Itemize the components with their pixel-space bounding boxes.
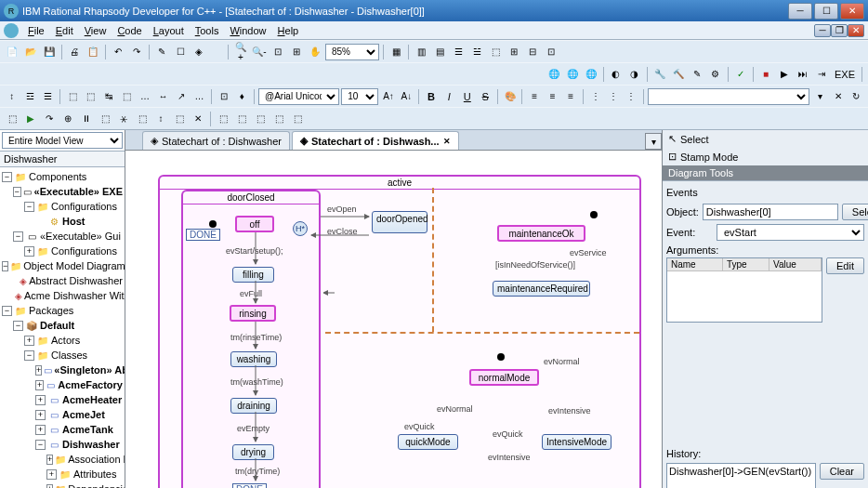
tab-close-icon[interactable]: ✕ — [443, 137, 451, 146]
menu-window[interactable]: Window — [224, 23, 271, 38]
tb-r3-5[interactable]: ⬚ — [83, 88, 99, 105]
tb-zoom-out[interactable]: 🔍- — [251, 44, 268, 60]
tb-r3-last3[interactable]: ↻ — [848, 88, 863, 105]
tree-host[interactable]: ⚙Host — [0, 214, 125, 229]
arguments-grid[interactable]: Name Type Value — [666, 257, 822, 323]
tb-r3-9[interactable]: ↔ — [155, 88, 171, 105]
tree-acmefactory[interactable]: +▭AcmeFactory — [0, 377, 125, 392]
state-intensivemode[interactable]: IntensiveMode — [542, 434, 612, 450]
tb-layout1[interactable]: ▦ — [388, 44, 404, 60]
tree-dishwasher-cls[interactable]: −▭Dishwasher — [0, 437, 125, 452]
menu-edit[interactable]: Edit — [50, 23, 79, 38]
tb-tool2[interactable]: 🔨 — [670, 66, 687, 83]
tb-misc2[interactable]: ☐ — [172, 44, 189, 60]
tree-deps[interactable]: +📁Dependencies — [0, 481, 125, 488]
tb-align3[interactable]: ☰ — [450, 44, 467, 60]
tb-undo[interactable]: ↶ — [110, 44, 126, 60]
tb-step[interactable]: ⏭ — [795, 66, 811, 83]
tree-configs2[interactable]: +📁Configurations — [0, 244, 125, 258]
child-minimize-button[interactable]: ─ — [814, 24, 831, 37]
tab-dropdown[interactable]: ▾ — [645, 133, 662, 150]
menu-file[interactable]: FFileile — [22, 23, 50, 38]
tb-print[interactable]: 🖨 — [66, 44, 83, 60]
tb-r3-3[interactable]: ☰ — [40, 88, 56, 105]
tb-r3-last2[interactable]: ✕ — [830, 88, 846, 105]
tb-align-r[interactable]: ≡ — [562, 88, 578, 105]
tree-acmetank[interactable]: +▭AcmeTank — [0, 422, 125, 437]
tb-misc3[interactable]: ◈ — [191, 44, 207, 60]
tb-web3[interactable]: 🌐 — [583, 66, 599, 83]
font-name-combo[interactable]: @Arial Unicode — [258, 88, 339, 105]
tb-color[interactable]: 🎨 — [502, 88, 518, 105]
tb-r4-4[interactable]: ⊕ — [59, 111, 76, 127]
tb-underline[interactable]: U — [459, 88, 475, 105]
tree-default[interactable]: −📦Default — [0, 318, 125, 333]
state-washing[interactable]: washing — [230, 351, 277, 367]
tb-align7[interactable]: ⊟ — [524, 44, 541, 60]
tb-pan[interactable]: ✋ — [307, 44, 323, 60]
tb-web2[interactable]: 🌐 — [564, 66, 581, 83]
tb-r3-8[interactable]: … — [137, 88, 152, 105]
tb-r4-16[interactable]: ⬚ — [289, 111, 306, 127]
tb-align-l[interactable]: ≡ — [526, 88, 542, 105]
menu-help[interactable]: Help — [272, 23, 305, 38]
font-size-combo[interactable]: 10 — [341, 88, 378, 105]
diagram-canvas[interactable]: active doorClosed off H* DONE filling ri… — [125, 151, 662, 488]
minimize-button[interactable]: ─ — [788, 3, 812, 20]
tab-statechart-1[interactable]: ◈Statechart of : Dishwasher — [142, 131, 290, 150]
state-dooropened[interactable]: doorOpened — [372, 211, 427, 233]
tb-run-to[interactable]: ⇥ — [813, 66, 830, 83]
state-normalmode[interactable]: normalMode — [469, 369, 539, 386]
tb-r4-8[interactable]: ⬚ — [134, 111, 151, 127]
tb-r4-7[interactable]: ⚹ — [115, 111, 132, 127]
object-field[interactable] — [703, 204, 838, 220]
tb-r3-2[interactable]: ☲ — [21, 88, 37, 105]
tb-r4-11[interactable]: ✕ — [190, 111, 206, 127]
tree-assoc[interactable]: +📁Association E — [0, 452, 125, 467]
state-maintenancereq[interactable]: maintenanceRequired — [493, 281, 590, 297]
tb-r3-last1[interactable]: ▾ — [811, 88, 827, 105]
tb-tool1[interactable]: 🔧 — [651, 66, 668, 83]
tb-anim2[interactable]: ◑ — [626, 66, 643, 83]
tb-list2[interactable]: ⋮ — [605, 88, 621, 105]
tb-font-inc[interactable]: A↑ — [380, 88, 396, 105]
tb-tool3[interactable]: ✎ — [689, 66, 705, 83]
tb-list1[interactable]: ⋮ — [587, 88, 603, 105]
tree-exe[interactable]: −▭«Executable» EXE — [0, 184, 125, 199]
child-restore-button[interactable]: ❐ — [831, 24, 848, 37]
child-close-button[interactable]: ✕ — [848, 24, 864, 37]
tb-strike[interactable]: S — [478, 88, 493, 105]
tree-omd[interactable]: −📁Object Model Diagrams — [0, 258, 125, 273]
tb-r3-11[interactable]: … — [191, 88, 207, 105]
tb-r4-9[interactable]: ↕ — [152, 111, 169, 127]
menu-code[interactable]: Code — [112, 23, 147, 38]
tree-acme-dw[interactable]: ◈Acme Dishwasher With — [0, 288, 125, 303]
tb-r4-play[interactable]: ▶ — [22, 111, 39, 127]
state-filling[interactable]: filling — [232, 267, 274, 283]
history-list[interactable]: Dishwasher[0]->GEN(evStart()) — [666, 463, 816, 488]
tb-open[interactable]: 📂 — [22, 44, 39, 60]
history-connector[interactable]: H* — [293, 221, 308, 236]
tb-align1[interactable]: ▥ — [413, 44, 429, 60]
tb-align2[interactable]: ▤ — [431, 44, 448, 60]
tree-singleton[interactable]: +▭«Singleton» Abs — [0, 363, 125, 377]
tb-anim1[interactable]: ◐ — [608, 66, 625, 83]
state-maintenanceok[interactable]: maintenanceOk — [497, 225, 585, 242]
tb-r3-6[interactable]: ↹ — [100, 88, 116, 105]
tb-align4[interactable]: ☱ — [468, 44, 485, 60]
menu-layout[interactable]: Layout — [148, 23, 190, 38]
tb-align-c[interactable]: ≡ — [545, 88, 560, 105]
maximize-button[interactable]: ☐ — [814, 3, 838, 20]
state-off[interactable]: off — [235, 216, 274, 232]
tb-italic[interactable]: I — [441, 88, 457, 105]
style-combo[interactable] — [648, 88, 809, 105]
tree-acmejet[interactable]: +▭AcmeJet — [0, 407, 125, 422]
menu-view[interactable]: View — [79, 23, 112, 38]
state-quickmode[interactable]: quickMode — [398, 434, 458, 450]
tree-acmeheater[interactable]: +▭AcmeHeater — [0, 392, 125, 407]
clear-history-button[interactable]: Clear — [820, 463, 864, 480]
tb-r4-15[interactable]: ⬚ — [270, 111, 287, 127]
edit-args-button[interactable]: Edit — [826, 257, 864, 274]
tb-r4-13[interactable]: ⬚ — [233, 111, 250, 127]
close-button[interactable]: ✕ — [840, 3, 864, 20]
